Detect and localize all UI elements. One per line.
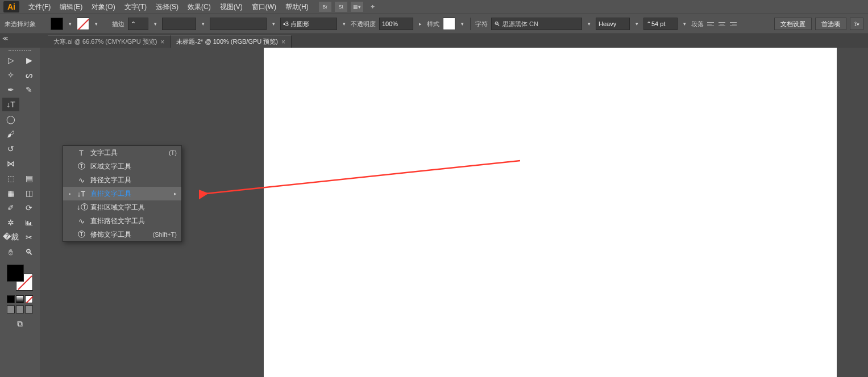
selection-status: 未选择对象 <box>5 20 36 28</box>
arrange-docs-icon[interactable]: ▦▾ <box>351 2 363 12</box>
draw-inside[interactable] <box>25 305 33 313</box>
stroke-weight-dropdown[interactable]: ▾ <box>152 18 159 30</box>
toolbox-grip[interactable] <box>9 50 31 52</box>
align-left-icon[interactable] <box>707 19 716 29</box>
tab-label: 未标题-2* @ 100% (RGB/GPU 预览) <box>176 37 278 46</box>
flyout-label: 区域文字工具 <box>90 162 172 171</box>
submenu-arrow-icon: ▸ <box>174 191 177 196</box>
eyedropper-tool[interactable]: ✐ <box>2 201 19 215</box>
font-size-field[interactable]: ⌃ 54 pt <box>643 18 678 30</box>
symbol-sprayer-tool[interactable]: ✲ <box>2 216 19 229</box>
stroke-weight-field[interactable]: ⌃ <box>128 18 148 30</box>
column-graph-tool[interactable]: 📊︎ <box>20 216 38 229</box>
profile-dropdown[interactable]: ▾ <box>340 18 347 30</box>
mesh-tool[interactable]: ▦ <box>2 186 19 200</box>
fill-swatch[interactable] <box>51 18 63 30</box>
rotate-tool[interactable]: ↺ <box>2 142 19 156</box>
ellipse-tool[interactable]: ◯ <box>2 112 19 126</box>
stroke-swatch-dropdown[interactable]: ▾ <box>93 18 99 30</box>
area-type-icon: Ⓣ <box>77 161 86 171</box>
doc-setup-button[interactable]: 文档设置 <box>774 18 812 30</box>
stroke-dash-field[interactable] <box>162 18 196 30</box>
shape-builder-tool[interactable]: ⬚ <box>2 171 19 185</box>
hand-tool[interactable]: ✋︎ <box>2 245 19 259</box>
style-dropdown[interactable]: ▾ <box>459 18 466 30</box>
pen-tool[interactable]: ✒ <box>2 83 19 97</box>
menu-effect[interactable]: 效果(C) <box>183 0 215 14</box>
menu-type[interactable]: 文字(T) <box>120 0 151 14</box>
menu-edit[interactable]: 编辑(E) <box>55 0 87 14</box>
color-mode-solid[interactable] <box>7 295 15 303</box>
stock-icon[interactable]: St <box>335 2 347 12</box>
tab-document-2[interactable]: 未标题-2* @ 100% (RGB/GPU 预览) × <box>171 35 292 48</box>
flyout-shortcut: (Shift+T) <box>153 231 177 238</box>
flyout-touch-type-tool[interactable]: Ⓣ 修饰文字工具 (Shift+T) <box>63 228 181 241</box>
profile-field[interactable]: • 3 点圆形 <box>280 18 337 30</box>
opacity-field[interactable]: 100% <box>379 18 413 30</box>
vertical-area-type-icon: ↓Ⓣ <box>77 202 86 212</box>
lasso-tool[interactable]: ᔕ <box>20 68 38 82</box>
menu-select[interactable]: 选择(S) <box>151 0 183 14</box>
menu-object[interactable]: 对象(O) <box>87 0 119 14</box>
flyout-vertical-area-type-tool[interactable]: ↓Ⓣ 直排区域文字工具 <box>63 200 181 214</box>
menu-file[interactable]: 文件(F) <box>24 0 55 14</box>
fill-stroke-control[interactable] <box>6 263 34 292</box>
style-swatch[interactable] <box>443 18 455 30</box>
paintbrush-tool[interactable]: 🖌︎ <box>2 127 19 141</box>
stroke-swatch[interactable] <box>77 18 89 30</box>
panel-collapse-icon[interactable]: ≪ <box>2 35 9 41</box>
flyout-path-type-tool[interactable]: ∿ 路径文字工具 <box>63 173 181 187</box>
menu-window[interactable]: 窗口(W) <box>247 0 281 14</box>
slice-tool[interactable]: ✂ <box>20 231 38 244</box>
flyout-vertical-path-type-tool[interactable]: ∿ 直排路径文字工具 <box>63 214 181 228</box>
brush-field[interactable] <box>210 18 267 30</box>
tab-document-1[interactable]: 大寒.ai @ 66.67% (CMYK/GPU 预览) × <box>48 35 171 48</box>
vertical-type-icon: ↓T <box>77 190 86 198</box>
font-weight-field[interactable]: Heavy <box>596 18 630 30</box>
flyout-type-tool[interactable]: T 文字工具 (T) <box>63 146 181 160</box>
fill-dropdown[interactable]: ▾ <box>67 18 73 30</box>
bridge-icon[interactable]: Br <box>319 2 331 12</box>
stroke-dash-dropdown[interactable]: ▾ <box>200 18 206 30</box>
zoom-tool[interactable]: 🔍︎ <box>20 245 38 259</box>
fill-color[interactable] <box>7 265 24 282</box>
gradient-tool[interactable]: ◫ <box>20 186 38 200</box>
selection-tool[interactable]: ▷ <box>2 53 19 67</box>
blend-tool[interactable]: ⟳ <box>20 201 38 215</box>
flyout-area-type-tool[interactable]: Ⓣ 区域文字工具 <box>63 160 181 173</box>
artboard[interactable] <box>264 48 837 377</box>
align-right-icon[interactable] <box>728 19 737 29</box>
document-window: T 文字工具 (T) Ⓣ 区域文字工具 ∿ 路径文字工具 ▪ ↓T 直排文字工具… <box>40 48 868 377</box>
width-tool[interactable]: ⋈ <box>2 157 19 170</box>
close-icon[interactable]: × <box>281 38 285 46</box>
prefs-button[interactable]: 首选项 <box>815 18 846 30</box>
color-mode-gradient[interactable] <box>16 295 24 303</box>
brush-dropdown[interactable]: ▾ <box>270 18 277 30</box>
menu-help[interactable]: 帮助(H) <box>281 0 313 14</box>
type-tool[interactable]: ↓T <box>2 98 19 111</box>
color-mode-none[interactable] <box>25 295 33 303</box>
curvature-tool[interactable]: ✎ <box>20 83 38 97</box>
main-area: ▷ ▶ ✧ ᔕ ✒ ✎ ↓T ◯ 🖌︎ ↺ ⋈ ⬚ ▤ ▦ ◫ ✐ ⟳ ✲ 📊︎… <box>0 48 868 377</box>
gpu-icon[interactable]: ✈ <box>367 2 379 12</box>
direct-selection-tool[interactable]: ▶ <box>20 53 38 67</box>
menu-view[interactable]: 视图(V) <box>215 0 247 14</box>
perspective-tool[interactable]: ▤ <box>20 171 38 185</box>
align-center-icon[interactable] <box>717 19 726 29</box>
font-dropdown[interactable]: ▾ <box>585 18 592 30</box>
close-icon[interactable]: × <box>160 38 164 46</box>
font-weight-dropdown[interactable]: ▾ <box>633 18 640 30</box>
flyout-shortcut: (T) <box>169 149 177 156</box>
artboard-tool[interactable]: �裁 <box>2 231 19 244</box>
align-panel-icon[interactable]: ⟟▾ <box>850 18 863 30</box>
font-search[interactable]: 🔍︎ 思源黑体 CN <box>491 18 582 30</box>
magic-wand-tool[interactable]: ✧ <box>2 68 19 82</box>
para-label: 段落 <box>691 20 704 28</box>
draw-normal[interactable] <box>7 305 15 313</box>
opacity-dropdown[interactable]: ▸ <box>417 18 423 30</box>
flyout-vertical-type-tool[interactable]: ▪ ↓T 直排文字工具 ▸ <box>63 187 181 200</box>
screen-mode-icon[interactable]: ⧉ <box>11 317 28 330</box>
draw-behind[interactable] <box>16 305 24 313</box>
stroke-label: 描边 <box>112 20 124 28</box>
font-size-dropdown[interactable]: ▾ <box>681 18 688 30</box>
